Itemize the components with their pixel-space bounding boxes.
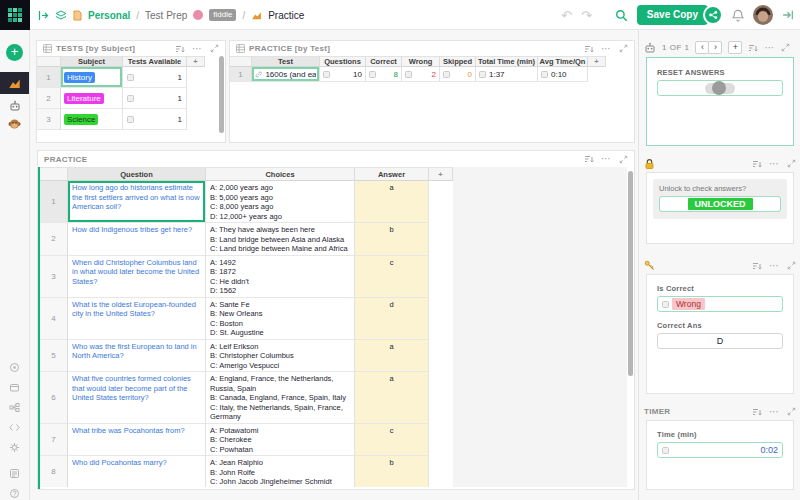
column-header-answer[interactable]: Answer (355, 167, 429, 181)
subject-cell[interactable]: History (61, 67, 123, 88)
raw-data-icon[interactable] (0, 382, 29, 393)
sidebar-page-robot[interactable] (0, 98, 29, 114)
answer-cell[interactable]: a (355, 181, 429, 223)
row-number-cell[interactable]: 2 (37, 88, 61, 109)
sort-filter-icon[interactable] (752, 159, 762, 169)
sort-filter-icon[interactable] (752, 407, 762, 417)
column-header-question[interactable]: Question (68, 167, 206, 181)
save-copy-button[interactable]: Save Copy (637, 5, 708, 25)
tests-scrollbar[interactable] (219, 56, 224, 133)
expand-section-icon[interactable] (619, 44, 628, 53)
undo-icon[interactable]: ↶ (561, 9, 572, 22)
question-cell[interactable]: What five countries formed colonies that… (68, 372, 206, 424)
notifications-bell-icon[interactable] (732, 9, 744, 22)
test-cell[interactable]: 1600s (and ear… (252, 67, 320, 82)
skipped-cell[interactable]: 0 (440, 67, 476, 82)
tests-available-cell[interactable]: 1 (123, 109, 187, 130)
column-header-skipped[interactable]: Skipped (440, 56, 476, 67)
answer-cell[interactable]: a (355, 340, 429, 373)
subject-cell[interactable]: Science (61, 109, 123, 130)
choices-cell[interactable]: A: England, France, the Netherlands, Rus… (206, 372, 355, 424)
correct-cell[interactable]: 8 (366, 67, 402, 82)
document-tour-icon[interactable] (0, 468, 29, 479)
sort-filter-icon[interactable] (584, 154, 594, 164)
column-header-questions[interactable]: Questions (320, 56, 366, 67)
column-header-choices[interactable]: Choices (206, 167, 355, 181)
column-header-wrong[interactable]: Wrong (402, 56, 440, 67)
more-options-icon[interactable]: ⋯ (601, 156, 612, 162)
settings-gear-icon[interactable] (0, 442, 29, 453)
next-record-button[interactable]: › (708, 41, 722, 54)
sort-filter-icon[interactable] (748, 43, 758, 53)
is-correct-field[interactable]: Wrong (657, 296, 783, 312)
wrong-cell[interactable]: 2 (402, 67, 440, 82)
column-header-test[interactable]: Test (252, 56, 320, 67)
sidebar-page-monkey[interactable] (0, 116, 29, 132)
more-options-icon[interactable]: ⋯ (601, 46, 612, 52)
choices-cell[interactable]: A: Leif EriksonB: Christopher ColumbusC:… (206, 340, 355, 373)
sort-filter-icon[interactable] (584, 44, 594, 54)
corner-header[interactable] (230, 56, 252, 67)
access-rules-icon[interactable] (0, 402, 29, 413)
question-cell[interactable]: Who was the first European to land in No… (68, 340, 206, 373)
collapse-right-icon[interactable] (782, 9, 794, 21)
row-number-cell[interactable]: 3 (40, 256, 68, 298)
answer-cell[interactable]: a (355, 372, 429, 424)
question-cell[interactable]: What is the oldest European-founded city… (68, 298, 206, 340)
tests-available-cell[interactable]: 1 (123, 88, 187, 109)
add-column-button[interactable]: + (187, 56, 205, 67)
correct-ans-field[interactable]: D (657, 333, 783, 349)
expand-section-icon[interactable] (781, 43, 790, 52)
row-number-cell[interactable]: 1 (230, 67, 252, 82)
expand-section-icon[interactable] (210, 44, 219, 53)
breadcrumb-workspace[interactable]: Personal (88, 10, 130, 21)
corner-header[interactable] (37, 56, 61, 67)
choices-cell[interactable]: A: Sante FeB: New OrleansC: BostonD: St.… (206, 298, 355, 340)
question-cell[interactable]: How long ago do historians estimate the … (68, 181, 206, 223)
answer-cell[interactable]: c (355, 424, 429, 457)
row-number-cell[interactable]: 8 (40, 456, 68, 487)
expand-section-icon[interactable] (787, 407, 796, 416)
questions-cell[interactable]: 10 (320, 67, 366, 82)
subject-cell[interactable]: Literature (61, 88, 123, 109)
more-options-icon[interactable]: ⋯ (764, 45, 775, 51)
breadcrumb-page[interactable]: Practice (268, 10, 304, 21)
row-number-cell[interactable]: 6 (40, 372, 68, 424)
search-icon[interactable] (615, 9, 628, 22)
breadcrumb-doc[interactable]: Test Prep (145, 10, 187, 21)
open-panel-icon[interactable] (38, 10, 49, 21)
answer-cell[interactable]: c (355, 256, 429, 298)
total-time-cell[interactable]: 1:37 (476, 67, 538, 82)
document-icon[interactable] (73, 10, 82, 21)
webhook-icon[interactable] (0, 362, 29, 373)
add-new-button[interactable]: + (6, 44, 23, 61)
question-cell[interactable]: Who did Pocahontas marry? (68, 456, 206, 487)
column-header-avg-time[interactable]: Avg Time/Qn (538, 56, 588, 67)
prev-record-button[interactable]: ‹ (695, 41, 709, 54)
add-column-button[interactable]: + (429, 167, 453, 181)
question-cell[interactable]: When did Christopher Columbus land in wh… (68, 256, 206, 298)
add-column-button[interactable]: + (588, 56, 606, 67)
add-record-button[interactable]: + (728, 41, 742, 54)
sort-filter-icon[interactable] (752, 261, 762, 271)
row-number-cell[interactable]: 7 (40, 424, 68, 457)
column-header-total-time[interactable]: Total Time (min) (476, 56, 538, 67)
expand-section-icon[interactable] (619, 155, 628, 164)
sidebar-page-practice[interactable] (0, 72, 29, 94)
row-number-cell[interactable]: 5 (40, 340, 68, 373)
sort-filter-icon[interactable] (175, 44, 185, 54)
code-icon[interactable] (0, 422, 29, 433)
row-number-cell[interactable]: 1 (40, 181, 68, 223)
reset-answers-toggle[interactable] (705, 83, 735, 94)
tests-available-cell[interactable]: 1 (123, 67, 187, 88)
row-number-cell[interactable]: 3 (37, 109, 61, 130)
answer-cell[interactable]: b (355, 456, 429, 487)
user-avatar[interactable] (753, 5, 773, 25)
row-number-cell[interactable]: 1 (37, 67, 61, 88)
unlock-status-field[interactable]: UNLOCKED (659, 196, 781, 212)
more-options-icon[interactable]: ⋯ (769, 161, 780, 167)
grist-logo[interactable] (0, 0, 30, 30)
expand-section-icon[interactable] (787, 261, 796, 270)
help-icon[interactable] (0, 488, 29, 499)
share-button[interactable] (703, 5, 723, 25)
